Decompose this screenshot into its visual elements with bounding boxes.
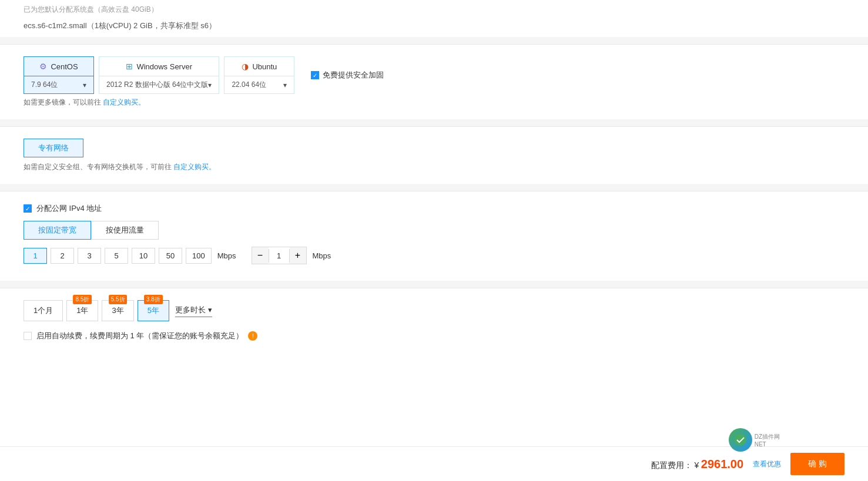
network-hint-prefix: 如需自定义安全组、专有网络交换机等，可前往: [24, 163, 172, 171]
duration-tab-5y-label: 5年: [148, 306, 159, 315]
ipv4-row: ✓ 分配公网 IPv4 地址: [24, 203, 844, 214]
network-section: 专有网络 如需自定义安全组、专有网络交换机等，可前往 自定义购买。: [0, 127, 868, 184]
os-tab-windows-header: ⊞ Windows Server: [99, 57, 219, 76]
billing-tab-fixed[interactable]: 按固定带宽: [24, 221, 91, 240]
price-currency: ¥: [694, 460, 699, 470]
auto-renew-row: 启用自动续费，续费周期为 1 年（需保证您的账号余额充足） !: [24, 331, 844, 341]
watermark-logo: [729, 428, 752, 452]
ubuntu-version-text: 22.04 64位: [232, 80, 266, 90]
bandwidth-options: 1 2 3 5 10 50 100 Mbps − 1 + Mbps: [24, 247, 844, 264]
ubuntu-icon: ◑: [242, 62, 249, 71]
duration-tab-1m[interactable]: 1个月: [24, 300, 63, 321]
disk-info: 已为您默认分配系统盘（高效云盘 40GiB）: [24, 5, 158, 14]
windows-version-text: 2012 R2 数据中心版 64位中文版: [106, 80, 208, 90]
instance-type: ecs.s6-c1m2.small（1核(vCPU) 2 GiB，共享标准型 s…: [0, 18, 868, 37]
free-security-checkbox[interactable]: ✓: [311, 71, 319, 79]
network-btn[interactable]: 专有网络: [24, 139, 83, 157]
svg-point-0: [735, 434, 746, 446]
windows-label: Windows Server: [136, 62, 192, 71]
os-tab-centos-header: ⚙ CentOS: [24, 57, 93, 76]
duration-section: 1个月 8.5折 1年 5.5折 3年 3.8折 5年 更多时长 ▾: [0, 288, 868, 353]
watermark-text: DZ插件网NET: [755, 433, 780, 448]
top-info: 已为您默认分配系统盘（高效云盘 40GiB）: [0, 0, 868, 18]
instance-type-text: ecs.s6-c1m2.small（1核(vCPU) 2 GiB，共享标准型 s…: [24, 21, 216, 30]
auto-renew-checkbox[interactable]: [24, 332, 32, 340]
ipv4-checkbox[interactable]: ✓: [24, 204, 32, 213]
mbps-label-stepper: Mbps: [313, 251, 331, 260]
centos-version-text: 7.9 64位: [31, 80, 58, 90]
price-amount: 2961.00: [701, 458, 743, 470]
centos-icon: ⚙: [39, 62, 47, 71]
windows-version[interactable]: 2012 R2 数据中心版 64位中文版 ▾: [99, 76, 219, 93]
watermark: DZ插件网NET: [729, 428, 780, 452]
stepper-value: 1: [269, 249, 290, 263]
os-tab-centos[interactable]: ⚙ CentOS 7.9 64位 ▾: [24, 56, 94, 94]
bw-option-10[interactable]: 10: [132, 248, 155, 264]
duration-tab-3y-label: 3年: [112, 306, 123, 315]
centos-dropdown-icon[interactable]: ▾: [83, 81, 86, 89]
os-tab-ubuntu-header: ◑ Ubuntu: [224, 57, 294, 76]
os-tab-ubuntu[interactable]: ◑ Ubuntu 22.04 64位 ▾: [224, 56, 294, 94]
price-prefix: 配置费用：: [651, 460, 692, 470]
duration-tab-3y[interactable]: 5.5折 3年: [102, 300, 133, 321]
more-time[interactable]: 更多时长 ▾: [175, 305, 212, 317]
discount-badge-1y: 8.5折: [73, 295, 92, 304]
auto-renew-info-icon[interactable]: !: [248, 331, 257, 341]
bw-option-2[interactable]: 2: [51, 248, 74, 264]
bw-option-50[interactable]: 50: [159, 248, 182, 264]
centos-label: CentOS: [51, 62, 78, 71]
duration-tab-5y[interactable]: 3.8折 5年: [138, 300, 169, 321]
check-price-link[interactable]: 查看优惠: [753, 460, 781, 468]
confirm-button[interactable]: 确 购: [790, 453, 844, 475]
windows-dropdown-icon[interactable]: ▾: [208, 81, 212, 89]
os-hint-prefix: 如需更多镜像，可以前往: [24, 98, 101, 106]
ubuntu-label: Ubuntu: [252, 62, 277, 71]
ubuntu-dropdown-icon[interactable]: ▾: [283, 81, 287, 89]
bw-option-100[interactable]: 100: [186, 248, 212, 264]
centos-version[interactable]: 7.9 64位 ▾: [24, 76, 93, 93]
duration-tab-1y-label: 1年: [76, 306, 88, 315]
duration-tab-1m-label: 1个月: [33, 306, 53, 315]
stepper-minus[interactable]: −: [252, 247, 269, 264]
price-display: 配置费用： ¥ 2961.00: [651, 458, 743, 471]
ipv4-label: 分配公网 IPv4 地址: [36, 203, 102, 214]
discount-badge-3y: 5.5折: [109, 295, 128, 304]
bandwidth-stepper: − 1 +: [252, 247, 307, 264]
os-tab-windows[interactable]: ⊞ Windows Server 2012 R2 数据中心版 64位中文版 ▾: [99, 56, 219, 94]
bw-option-5[interactable]: 5: [105, 248, 128, 264]
stepper-plus[interactable]: +: [290, 247, 306, 264]
billing-tabs: 按固定带宽 按使用流量: [24, 221, 844, 240]
bw-option-1[interactable]: 1: [24, 248, 47, 264]
duration-tab-1y[interactable]: 8.5折 1年: [66, 300, 98, 321]
more-time-arrow: ▾: [208, 305, 212, 314]
duration-tabs: 1个月 8.5折 1年 5.5折 3年 3.8折 5年 更多时长 ▾: [24, 300, 844, 321]
bw-option-3[interactable]: 3: [78, 248, 101, 264]
page-wrapper: 已为您默认分配系统盘（高效云盘 40GiB） ecs.s6-c1m2.small…: [0, 0, 868, 481]
os-hint-link[interactable]: 自定义购买。: [103, 98, 145, 106]
mbps-label-fixed: Mbps: [217, 251, 236, 260]
billing-tab-traffic[interactable]: 按使用流量: [91, 221, 159, 240]
free-security-label: 免费提供安全加固: [323, 70, 384, 80]
discount-badge-5y: 3.8折: [144, 295, 163, 304]
bottom-links: 查看优惠: [753, 459, 781, 469]
auto-renew-label: 启用自动续费，续费周期为 1 年（需保证您的账号余额充足）: [36, 331, 243, 341]
ip-section: ✓ 分配公网 IPv4 地址 按固定带宽 按使用流量 1 2 3 5 10 50…: [0, 191, 868, 281]
os-hint: 如需更多镜像，可以前往 自定义购买。: [24, 97, 844, 107]
os-section: ⚙ CentOS 7.9 64位 ▾ ⊞ Windows Server 2012…: [0, 45, 868, 119]
network-hint: 如需自定义安全组、专有网络交换机等，可前往 自定义购买。: [24, 162, 844, 172]
more-time-label: 更多时长: [175, 305, 206, 315]
free-security: ✓ 免费提供安全加固: [311, 70, 384, 80]
os-row: ⚙ CentOS 7.9 64位 ▾ ⊞ Windows Server 2012…: [24, 56, 844, 94]
ubuntu-version[interactable]: 22.04 64位 ▾: [224, 76, 294, 93]
windows-icon: ⊞: [126, 62, 133, 71]
network-hint-link[interactable]: 自定义购买。: [173, 163, 216, 171]
